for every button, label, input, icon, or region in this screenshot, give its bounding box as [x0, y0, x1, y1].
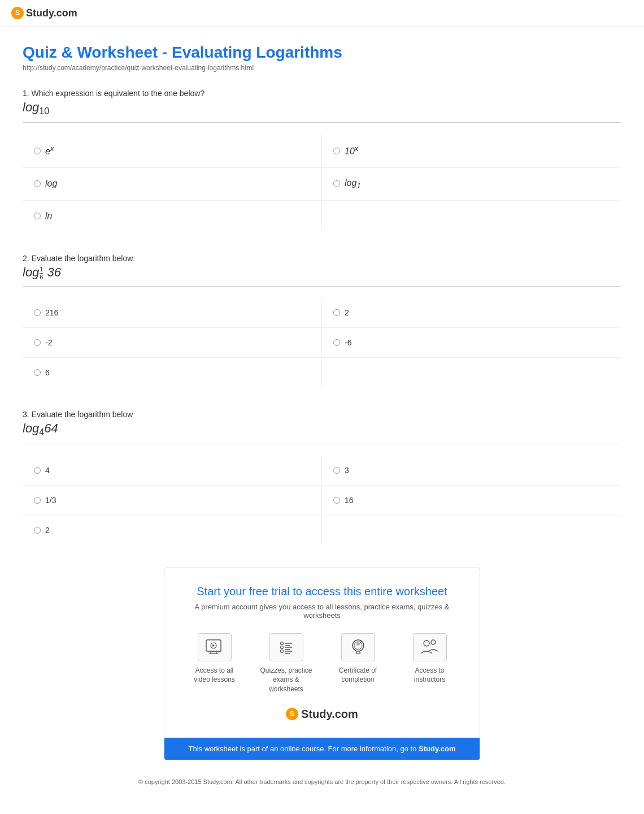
- answer-text: 1/3: [45, 496, 56, 505]
- divider-1: [23, 122, 621, 123]
- question-1-answers: ex 10x log log1 ln: [23, 134, 621, 231]
- cert-icon: [341, 633, 375, 661]
- radio-button[interactable]: [34, 180, 41, 187]
- question-3: 3. Evaluate the logarithm below log464 4…: [23, 410, 621, 544]
- answer-option[interactable]: ln: [23, 201, 322, 231]
- answer-text: 6: [45, 368, 50, 377]
- cta-icon-cert: Certificate ofcompletion: [330, 633, 385, 694]
- answer-text: ln: [45, 211, 52, 221]
- logo-text: Study.com: [26, 7, 77, 19]
- answer-option-empty: [322, 358, 621, 387]
- question-3-answers: 4 3 1/3 16 2: [23, 456, 621, 545]
- logo-icon: S: [11, 7, 24, 19]
- cta-title: Start your free trial to access this ent…: [187, 585, 457, 598]
- answer-text: 3: [345, 466, 349, 475]
- cta-footer-link[interactable]: Study.com: [419, 744, 456, 753]
- quiz-icon: [269, 633, 303, 661]
- answer-option[interactable]: 4: [23, 456, 322, 486]
- answer-option[interactable]: log: [23, 168, 322, 201]
- cta-cert-label: Certificate ofcompletion: [339, 666, 377, 685]
- divider-2: [23, 286, 621, 287]
- answer-text: 16: [345, 496, 354, 505]
- cta-inner: Start your free trial to access this ent…: [164, 568, 480, 738]
- cta-video-label: Access to allvideo lessons: [194, 666, 235, 685]
- question-1: 1. Which expression is equivalent to the…: [23, 89, 621, 231]
- answer-text: 216: [45, 308, 58, 317]
- answer-text: 4: [45, 466, 50, 475]
- cta-instructors-label: Access toinstructors: [414, 666, 445, 685]
- cta-icon-instructors: Access toinstructors: [402, 633, 457, 694]
- answer-option[interactable]: -2: [23, 328, 322, 358]
- header: S Study.com: [0, 0, 644, 27]
- question-3-label: 3. Evaluate the logarithm below: [23, 410, 621, 419]
- question-2-formula: log16 36: [23, 265, 621, 280]
- question-3-formula: log464: [23, 421, 621, 438]
- answer-option-empty: [322, 201, 621, 231]
- radio-button[interactable]: [333, 497, 340, 504]
- cta-logo-icon: S: [286, 708, 298, 720]
- main-content: Quiz & Worksheet - Evaluating Logarithms…: [0, 27, 644, 810]
- answer-option[interactable]: 216: [23, 298, 322, 328]
- radio-button[interactable]: [34, 369, 41, 376]
- answer-option[interactable]: ex: [23, 134, 322, 167]
- divider-3: [23, 444, 621, 444]
- video-icon: [198, 633, 232, 661]
- cta-quiz-label: Quizzes, practiceexams & worksheets: [259, 666, 314, 694]
- answer-option[interactable]: 10x: [322, 134, 621, 167]
- answer-option[interactable]: 1/3: [23, 486, 322, 516]
- answer-text: -6: [345, 338, 351, 347]
- radio-button[interactable]: [34, 339, 41, 346]
- answer-option[interactable]: 3: [322, 456, 621, 486]
- page-url: http://study.com/academy/practice/quiz-w…: [23, 64, 621, 72]
- answer-option[interactable]: log1: [322, 168, 621, 201]
- radio-button[interactable]: [333, 148, 340, 154]
- question-1-label: 1. Which expression is equivalent to the…: [23, 89, 621, 98]
- radio-button[interactable]: [333, 180, 340, 187]
- answer-option[interactable]: 16: [322, 486, 621, 516]
- radio-button[interactable]: [333, 467, 340, 474]
- answer-text: -2: [45, 338, 52, 347]
- page-title: Quiz & Worksheet - Evaluating Logarithms: [23, 44, 621, 62]
- svg-point-23: [431, 640, 436, 644]
- answer-text: 2: [345, 308, 349, 317]
- answer-option-empty: [322, 516, 621, 545]
- cta-icons: Access to allvideo lessons: [187, 633, 457, 694]
- radio-button[interactable]: [34, 148, 41, 154]
- answer-option[interactable]: 2: [322, 298, 621, 328]
- cta-icon-video: Access to allvideo lessons: [187, 633, 242, 694]
- svg-point-8: [280, 646, 283, 648]
- answer-option[interactable]: -6: [322, 328, 621, 358]
- svg-point-9: [280, 650, 283, 652]
- answer-text: 10x: [345, 144, 358, 157]
- instructors-icon: [413, 633, 447, 661]
- question-1-formula: log10: [23, 100, 621, 116]
- question-2: 2. Evaluate the logarithm below: log16 3…: [23, 254, 621, 387]
- cta-icon-quiz: Quizzes, practiceexams & worksheets: [259, 633, 314, 694]
- cta-box: Start your free trial to access this ent…: [164, 568, 480, 760]
- radio-button[interactable]: [34, 213, 41, 219]
- copyright: © copyright 2003-2015 Study.com. All oth…: [23, 772, 621, 793]
- cta-logo: S Study.com: [187, 708, 457, 721]
- radio-button[interactable]: [34, 497, 41, 504]
- radio-button[interactable]: [333, 309, 340, 316]
- radio-button[interactable]: [34, 467, 41, 474]
- cta-subtitle: A premium account gives you access to al…: [187, 603, 457, 620]
- cta-footer-bar: This worksheet is part of an online cour…: [164, 738, 480, 760]
- svg-point-18: [356, 642, 360, 646]
- svg-point-7: [280, 642, 283, 644]
- answer-text: 2: [45, 526, 50, 535]
- cta-logo-text: Study.com: [301, 708, 358, 721]
- cta-footer-text: This worksheet is part of an online cour…: [188, 744, 419, 753]
- answer-text: ex: [45, 144, 54, 157]
- logo[interactable]: S Study.com: [11, 7, 633, 19]
- answer-text: log1: [345, 178, 361, 190]
- radio-button[interactable]: [333, 339, 340, 346]
- svg-point-22: [424, 640, 429, 646]
- question-2-label: 2. Evaluate the logarithm below:: [23, 254, 621, 263]
- answer-option[interactable]: 6: [23, 358, 322, 387]
- answer-option[interactable]: 2: [23, 516, 322, 545]
- radio-button[interactable]: [34, 527, 41, 534]
- radio-button[interactable]: [34, 309, 41, 316]
- question-2-answers: 216 2 -2 -6 6: [23, 298, 621, 387]
- answer-text: log: [45, 179, 57, 189]
